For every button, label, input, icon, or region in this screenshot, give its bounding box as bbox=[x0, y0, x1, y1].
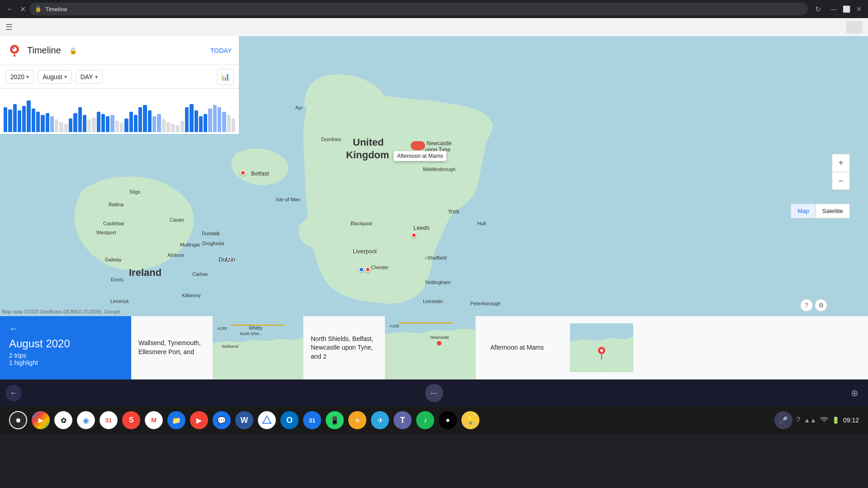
chart-bar[interactable] bbox=[152, 116, 156, 132]
dock-icon-youtube[interactable]: ▶ bbox=[190, 411, 208, 429]
map-type-map-button[interactable]: Map bbox=[791, 204, 816, 218]
dock-icon-google-photos[interactable]: ✿ bbox=[54, 411, 72, 429]
chart-bar[interactable] bbox=[199, 116, 203, 132]
dock-icon-record[interactable]: ⏺ bbox=[9, 411, 27, 429]
bar-chart-toggle-button[interactable]: 📊 bbox=[217, 69, 233, 85]
chart-bar[interactable] bbox=[194, 110, 198, 132]
close-button[interactable]: ✕ bbox=[854, 4, 864, 14]
chart-bar[interactable] bbox=[97, 112, 100, 132]
hamburger-menu-icon[interactable]: ☰ bbox=[5, 22, 13, 32]
dock-icon-drive[interactable] bbox=[258, 411, 276, 429]
dock-icon-teams[interactable]: T bbox=[394, 411, 412, 429]
dock-icon-gmail[interactable]: M bbox=[145, 411, 163, 429]
chart-bar[interactable] bbox=[171, 124, 175, 132]
close-tab-button[interactable]: ✕ bbox=[20, 5, 26, 14]
chart-bar[interactable] bbox=[148, 110, 152, 132]
dock-icon-bulb[interactable]: 💡 bbox=[461, 411, 479, 429]
chart-bar[interactable] bbox=[73, 113, 77, 132]
chart-bar[interactable] bbox=[120, 123, 123, 132]
reload-button[interactable]: ↻ bbox=[815, 5, 821, 14]
dock-icon-word[interactable]: W bbox=[235, 411, 253, 429]
timeline-card-1[interactable]: Wallsend, Tynemouth, Ellesmere Port, and… bbox=[131, 316, 304, 379]
chart-bar[interactable] bbox=[18, 110, 21, 132]
timeline-back-arrow[interactable]: ← bbox=[9, 323, 122, 334]
nav-back-button[interactable]: ← bbox=[5, 385, 22, 401]
chart-bar[interactable] bbox=[175, 125, 179, 132]
dock-icon-files[interactable]: 📁 bbox=[167, 411, 185, 429]
month-select[interactable]: August ▾ bbox=[38, 70, 72, 84]
chart-bar[interactable] bbox=[64, 124, 68, 132]
dock-icon-outlook[interactable]: O bbox=[280, 411, 299, 429]
chart-bar[interactable] bbox=[8, 109, 12, 132]
chart-bar[interactable] bbox=[110, 115, 114, 132]
chart-bar[interactable] bbox=[22, 106, 26, 132]
help-button[interactable]: ? bbox=[800, 299, 813, 312]
chart-bar[interactable] bbox=[227, 115, 231, 132]
dock-icon-sphere[interactable]: ● bbox=[439, 411, 457, 429]
chart-bar[interactable] bbox=[46, 113, 49, 132]
chart-bar[interactable] bbox=[124, 118, 128, 132]
browser-back-button[interactable]: ← bbox=[4, 3, 16, 15]
map-type-satellite-button[interactable]: Satellite bbox=[816, 204, 849, 218]
chart-bar[interactable] bbox=[115, 121, 119, 132]
dock-icon-calendar-2[interactable]: 31 bbox=[303, 411, 321, 429]
dock-icon-whatsapp[interactable]: 📱 bbox=[326, 411, 344, 429]
dock-icon-play-store[interactable]: ▶ bbox=[32, 411, 50, 429]
chart-bar[interactable] bbox=[83, 115, 86, 132]
chart-bar[interactable] bbox=[87, 119, 91, 132]
chart-bar[interactable] bbox=[218, 107, 221, 132]
day-select[interactable]: DAY ▾ bbox=[76, 70, 103, 84]
chart-bar[interactable] bbox=[162, 119, 166, 132]
dock-icon-arrows[interactable]: » bbox=[348, 411, 366, 429]
chart-bar[interactable] bbox=[78, 107, 82, 132]
chart-bar[interactable] bbox=[157, 114, 161, 132]
timeline-card-3-highlight[interactable]: Afternoon at Mams bbox=[476, 316, 657, 379]
chart-bar[interactable] bbox=[27, 100, 30, 132]
more-options-button[interactable]: ··· bbox=[425, 384, 443, 402]
year-select[interactable]: 2020 ▾ bbox=[5, 70, 34, 84]
dock-icon-sapp[interactable]: S bbox=[122, 411, 140, 429]
chart-bar[interactable] bbox=[190, 104, 193, 132]
chart-bar[interactable] bbox=[213, 105, 217, 132]
maximize-button[interactable]: ⬜ bbox=[841, 4, 852, 14]
dock-icon-mic[interactable]: 🎤 bbox=[774, 411, 792, 429]
chart-bar[interactable] bbox=[13, 104, 17, 132]
tray-help-icon[interactable]: ? bbox=[796, 416, 800, 424]
chart-bar[interactable] bbox=[4, 107, 7, 132]
chart-bar[interactable] bbox=[222, 112, 226, 132]
chart-bar[interactable] bbox=[50, 116, 54, 132]
globe-button[interactable]: ⊕ bbox=[846, 385, 863, 401]
chart-bar[interactable] bbox=[143, 105, 147, 132]
chart-bar[interactable] bbox=[180, 121, 184, 132]
chart-bar[interactable] bbox=[36, 112, 40, 132]
zoom-in-button[interactable]: + bbox=[832, 154, 850, 172]
dock-icon-calendar[interactable]: 31 bbox=[100, 411, 118, 429]
chart-bar[interactable] bbox=[185, 107, 189, 132]
dock-icon-telegram[interactable]: ✈ bbox=[371, 411, 389, 429]
chart-bar[interactable] bbox=[232, 118, 235, 132]
chart-bar[interactable] bbox=[92, 118, 95, 132]
zoom-out-button[interactable]: − bbox=[832, 172, 850, 190]
chart-bar[interactable] bbox=[204, 114, 207, 132]
settings-button[interactable]: ⚙ bbox=[815, 299, 827, 312]
minimize-button[interactable]: — bbox=[828, 4, 839, 14]
chart-bar[interactable] bbox=[129, 112, 133, 132]
address-bar[interactable]: 🔒 Timeline bbox=[29, 3, 808, 15]
chart-bar[interactable] bbox=[69, 118, 72, 132]
timeline-card-2[interactable]: North Shields, Belfast, Newcastle upon T… bbox=[304, 316, 476, 379]
dock-icon-spotify[interactable]: ♪ bbox=[416, 411, 434, 429]
chart-bar[interactable] bbox=[55, 119, 58, 132]
dock-icon-messages[interactable]: 💬 bbox=[213, 411, 231, 429]
chart-bar[interactable] bbox=[138, 107, 142, 132]
chart-bar[interactable] bbox=[41, 115, 44, 132]
chart-bar[interactable] bbox=[59, 122, 63, 132]
dock-icon-chrome[interactable]: ◉ bbox=[77, 411, 95, 429]
toolbar-right-control[interactable] bbox=[846, 21, 863, 33]
chart-bar[interactable] bbox=[106, 116, 109, 132]
today-button[interactable]: TODAY bbox=[210, 47, 232, 54]
chart-bar[interactable] bbox=[32, 109, 35, 132]
chart-bar[interactable] bbox=[208, 109, 212, 132]
chart-bar[interactable] bbox=[166, 122, 170, 132]
chart-bar[interactable] bbox=[101, 114, 105, 132]
chart-bar[interactable] bbox=[134, 115, 138, 132]
